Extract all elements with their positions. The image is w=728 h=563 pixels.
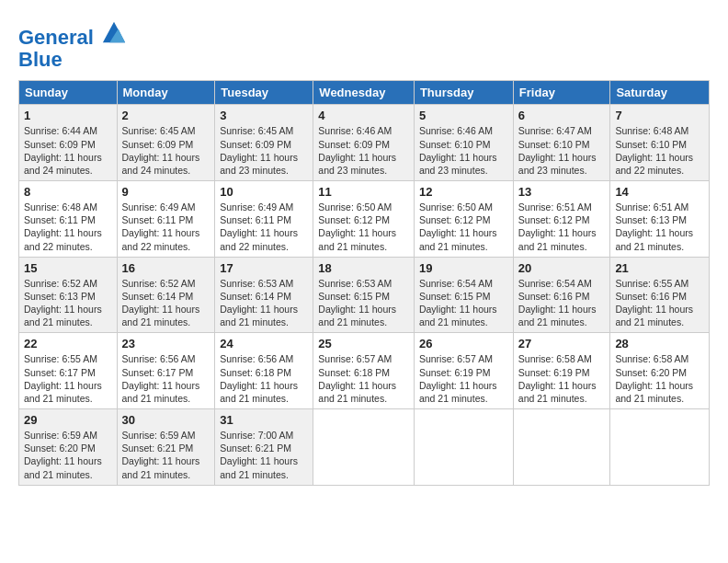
- calendar-cell: 9 Sunrise: 6:49 AM Sunset: 6:11 PM Dayli…: [117, 181, 215, 258]
- sunrise-label: Sunrise: 6:59 AM: [24, 430, 97, 441]
- calendar-cell: 21 Sunrise: 6:55 AM Sunset: 6:16 PM Dayl…: [610, 257, 710, 333]
- day-number: 23: [122, 337, 210, 350]
- sunrise-label: Sunrise: 6:55 AM: [24, 353, 97, 364]
- sunrise-label: Sunrise: 6:46 AM: [419, 125, 493, 136]
- sunrise-label: Sunrise: 6:46 AM: [318, 125, 392, 136]
- calendar-cell: 14 Sunrise: 6:51 AM Sunset: 6:13 PM Dayl…: [610, 181, 710, 258]
- day-info: Sunrise: 6:50 AM Sunset: 6:12 PM Dayligh…: [419, 201, 508, 253]
- calendar-cell: 15 Sunrise: 6:52 AM Sunset: 6:13 PM Dayl…: [19, 257, 118, 333]
- day-number: 4: [318, 109, 409, 122]
- day-info: Sunrise: 6:48 AM Sunset: 6:10 PM Dayligh…: [615, 124, 704, 177]
- daylight-label: Daylight: 11 hours and 21 minutes.: [122, 380, 200, 404]
- calendar-header-row: Sunday Monday Tuesday Wednesday Thursday…: [19, 81, 710, 105]
- calendar-cell: 20 Sunrise: 6:54 AM Sunset: 6:16 PM Dayl…: [513, 257, 610, 333]
- page: General Blue Sunday Monday: [0, 0, 728, 563]
- sunrise-label: Sunrise: 6:49 AM: [122, 201, 196, 213]
- col-thursday: Thursday: [414, 81, 513, 105]
- day-info: Sunrise: 6:48 AM Sunset: 6:11 PM Dayligh…: [24, 201, 112, 253]
- sunset-label: Sunset: 6:09 PM: [318, 139, 390, 150]
- logo-subtext: Blue: [18, 49, 127, 71]
- day-info: Sunrise: 6:55 AM Sunset: 6:16 PM Dayligh…: [615, 277, 704, 329]
- sunrise-label: Sunrise: 6:51 AM: [615, 201, 688, 213]
- sunset-label: Sunset: 6:19 PM: [518, 367, 590, 378]
- day-number: 29: [24, 413, 112, 427]
- calendar-cell: 16 Sunrise: 6:52 AM Sunset: 6:14 PM Dayl…: [117, 257, 215, 333]
- calendar-cell: 1 Sunrise: 6:44 AM Sunset: 6:09 PM Dayli…: [19, 105, 118, 181]
- calendar-cell: 29 Sunrise: 6:59 AM Sunset: 6:20 PM Dayl…: [19, 409, 118, 486]
- day-number: 25: [318, 337, 409, 350]
- calendar-cell: [313, 409, 415, 486]
- day-number: 9: [122, 185, 210, 199]
- daylight-label: Daylight: 11 hours and 23 minutes.: [419, 152, 497, 176]
- day-info: Sunrise: 6:59 AM Sunset: 6:21 PM Dayligh…: [122, 429, 210, 481]
- sunrise-label: Sunrise: 6:50 AM: [318, 201, 392, 213]
- sunrise-label: Sunrise: 6:59 AM: [122, 430, 196, 441]
- sunrise-label: Sunrise: 6:54 AM: [419, 278, 493, 289]
- daylight-label: Daylight: 11 hours and 21 minutes.: [24, 304, 102, 327]
- sunset-label: Sunset: 6:16 PM: [615, 291, 687, 302]
- calendar-cell: 4 Sunrise: 6:46 AM Sunset: 6:09 PM Dayli…: [313, 105, 415, 181]
- day-info: Sunrise: 6:57 AM Sunset: 6:19 PM Dayligh…: [419, 352, 508, 405]
- sunrise-label: Sunrise: 7:00 AM: [220, 430, 293, 441]
- calendar-cell: 18 Sunrise: 6:53 AM Sunset: 6:15 PM Dayl…: [313, 257, 415, 333]
- day-number: 13: [518, 185, 606, 199]
- calendar-week-row: 15 Sunrise: 6:52 AM Sunset: 6:13 PM Dayl…: [19, 257, 710, 333]
- daylight-label: Daylight: 11 hours and 24 minutes.: [24, 152, 102, 176]
- daylight-label: Daylight: 11 hours and 21 minutes.: [122, 304, 200, 327]
- daylight-label: Daylight: 11 hours and 22 minutes.: [24, 227, 102, 251]
- sunset-label: Sunset: 6:09 PM: [220, 139, 291, 150]
- sunset-label: Sunset: 6:11 PM: [24, 214, 96, 225]
- sunrise-label: Sunrise: 6:58 AM: [518, 353, 592, 364]
- sunset-label: Sunset: 6:12 PM: [518, 214, 590, 225]
- calendar-cell: 13 Sunrise: 6:51 AM Sunset: 6:12 PM Dayl…: [513, 181, 610, 258]
- daylight-label: Daylight: 11 hours and 23 minutes.: [318, 152, 396, 176]
- day-number: 22: [24, 337, 112, 350]
- sunset-label: Sunset: 6:21 PM: [122, 442, 194, 454]
- sunset-label: Sunset: 6:10 PM: [518, 139, 590, 150]
- day-number: 8: [24, 185, 112, 199]
- daylight-label: Daylight: 11 hours and 21 minutes.: [518, 304, 597, 327]
- day-info: Sunrise: 6:51 AM Sunset: 6:12 PM Dayligh…: [518, 201, 606, 253]
- daylight-label: Daylight: 11 hours and 21 minutes.: [615, 380, 693, 404]
- day-info: Sunrise: 6:52 AM Sunset: 6:13 PM Dayligh…: [24, 277, 112, 329]
- daylight-label: Daylight: 11 hours and 22 minutes.: [615, 152, 693, 176]
- calendar-table: Sunday Monday Tuesday Wednesday Thursday…: [18, 80, 710, 485]
- day-number: 1: [24, 109, 112, 122]
- day-info: Sunrise: 6:57 AM Sunset: 6:18 PM Dayligh…: [318, 352, 409, 405]
- daylight-label: Daylight: 11 hours and 22 minutes.: [220, 227, 298, 251]
- sunset-label: Sunset: 6:11 PM: [122, 214, 194, 225]
- sunset-label: Sunset: 6:14 PM: [122, 291, 194, 302]
- col-saturday: Saturday: [610, 81, 710, 105]
- day-info: Sunrise: 6:46 AM Sunset: 6:09 PM Dayligh…: [318, 124, 409, 177]
- day-info: Sunrise: 6:51 AM Sunset: 6:13 PM Dayligh…: [615, 201, 704, 253]
- calendar-cell: 8 Sunrise: 6:48 AM Sunset: 6:11 PM Dayli…: [19, 181, 118, 258]
- sunset-label: Sunset: 6:21 PM: [220, 442, 291, 454]
- daylight-label: Daylight: 11 hours and 21 minutes.: [419, 380, 497, 404]
- day-number: 7: [615, 109, 704, 122]
- day-number: 5: [419, 109, 508, 122]
- sunset-label: Sunset: 6:13 PM: [24, 291, 96, 302]
- day-number: 3: [220, 109, 308, 122]
- day-number: 30: [122, 413, 210, 427]
- daylight-label: Daylight: 11 hours and 21 minutes.: [318, 380, 396, 404]
- sunset-label: Sunset: 6:12 PM: [419, 214, 491, 225]
- daylight-label: Daylight: 11 hours and 21 minutes.: [220, 455, 298, 479]
- daylight-label: Daylight: 11 hours and 21 minutes.: [615, 304, 693, 327]
- sunrise-label: Sunrise: 6:54 AM: [518, 278, 592, 289]
- logo-icon: [101, 18, 127, 44]
- calendar-cell: 3 Sunrise: 6:45 AM Sunset: 6:09 PM Dayli…: [215, 105, 313, 181]
- day-number: 18: [318, 261, 409, 275]
- sunrise-label: Sunrise: 6:44 AM: [24, 125, 97, 136]
- day-number: 21: [615, 261, 704, 275]
- calendar-cell: 27 Sunrise: 6:58 AM Sunset: 6:19 PM Dayl…: [513, 333, 610, 409]
- sunset-label: Sunset: 6:09 PM: [24, 139, 96, 150]
- day-info: Sunrise: 6:49 AM Sunset: 6:11 PM Dayligh…: [122, 201, 210, 253]
- daylight-label: Daylight: 11 hours and 23 minutes.: [220, 152, 298, 176]
- sunset-label: Sunset: 6:17 PM: [24, 367, 96, 378]
- calendar-cell: 10 Sunrise: 6:49 AM Sunset: 6:11 PM Dayl…: [215, 181, 313, 258]
- day-info: Sunrise: 6:44 AM Sunset: 6:09 PM Dayligh…: [24, 124, 112, 177]
- sunrise-label: Sunrise: 6:48 AM: [24, 201, 97, 213]
- sunrise-label: Sunrise: 6:51 AM: [518, 201, 592, 213]
- sunset-label: Sunset: 6:11 PM: [220, 214, 291, 225]
- daylight-label: Daylight: 11 hours and 22 minutes.: [122, 227, 200, 251]
